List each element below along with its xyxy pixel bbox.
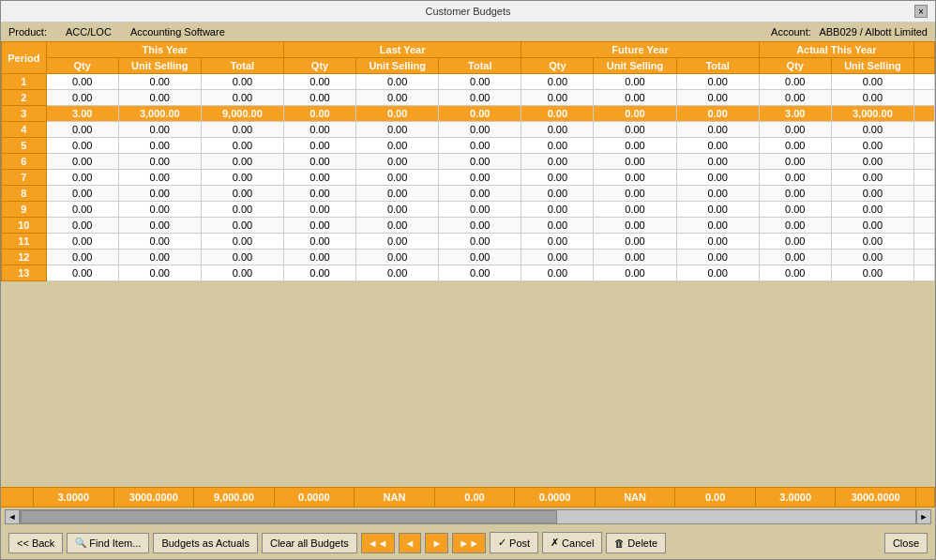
nav-prev-button[interactable]: ◄ bbox=[399, 533, 422, 553]
ty-unit-cell[interactable]: 0.00 bbox=[118, 170, 201, 186]
ty-qty-cell[interactable]: 0.00 bbox=[46, 186, 118, 202]
nav-next-button[interactable]: ► bbox=[425, 533, 448, 553]
ty-qty-cell[interactable]: 0.00 bbox=[46, 90, 118, 106]
extra-cell[interactable] bbox=[913, 234, 934, 250]
extra-cell[interactable] bbox=[913, 202, 934, 218]
aty-qty-cell[interactable]: 0.00 bbox=[759, 74, 831, 90]
fy-unit-cell[interactable]: 0.00 bbox=[594, 170, 676, 186]
ly-total-cell[interactable]: 0.00 bbox=[439, 202, 521, 218]
fy-total-cell[interactable]: 0.00 bbox=[676, 170, 759, 186]
ty-unit-cell[interactable]: 0.00 bbox=[118, 218, 201, 234]
ty-unit-cell[interactable]: 3,000.00 bbox=[118, 106, 201, 122]
table-row[interactable]: 90.000.000.000.000.000.000.000.000.000.0… bbox=[2, 202, 935, 218]
ty-unit-cell[interactable]: 0.00 bbox=[118, 154, 201, 170]
period-cell[interactable]: 5 bbox=[2, 138, 47, 154]
aty-unit-cell[interactable]: 0.00 bbox=[831, 170, 913, 186]
table-row[interactable]: 80.000.000.000.000.000.000.000.000.000.0… bbox=[2, 186, 935, 202]
clear-all-budgets-button[interactable]: Clear all Budgets bbox=[262, 533, 357, 553]
ty-total-cell[interactable]: 0.00 bbox=[201, 265, 283, 281]
aty-qty-cell[interactable]: 0.00 bbox=[759, 265, 831, 281]
table-row[interactable]: 33.003,000.009,000.000.000.000.000.000.0… bbox=[2, 106, 935, 122]
ly-qty-cell[interactable]: 0.00 bbox=[283, 170, 355, 186]
ly-total-cell[interactable]: 0.00 bbox=[439, 138, 521, 154]
ty-total-cell[interactable]: 9,000.00 bbox=[201, 106, 283, 122]
ly-total-cell[interactable]: 0.00 bbox=[439, 250, 521, 265]
ly-unit-cell[interactable]: 0.00 bbox=[356, 170, 439, 186]
cancel-button[interactable]: ✗ Cancel bbox=[542, 532, 602, 553]
ly-qty-cell[interactable]: 0.00 bbox=[283, 106, 355, 122]
fy-total-cell[interactable]: 0.00 bbox=[676, 90, 759, 106]
ty-total-cell[interactable]: 0.00 bbox=[201, 138, 283, 154]
fy-unit-cell[interactable]: 0.00 bbox=[594, 250, 676, 265]
aty-unit-cell[interactable]: 0.00 bbox=[831, 265, 913, 281]
ty-total-cell[interactable]: 0.00 bbox=[201, 122, 283, 138]
ly-total-cell[interactable]: 0.00 bbox=[439, 74, 521, 90]
aty-qty-cell[interactable]: 0.00 bbox=[759, 154, 831, 170]
aty-qty-cell[interactable]: 0.00 bbox=[759, 218, 831, 234]
period-cell[interactable]: 6 bbox=[2, 154, 47, 170]
ty-total-cell[interactable]: 0.00 bbox=[201, 154, 283, 170]
fy-qty-cell[interactable]: 0.00 bbox=[521, 170, 594, 186]
table-row[interactable]: 100.000.000.000.000.000.000.000.000.000.… bbox=[2, 218, 935, 234]
extra-cell[interactable] bbox=[913, 186, 934, 202]
ty-qty-cell[interactable]: 0.00 bbox=[46, 265, 118, 281]
ty-qty-cell[interactable]: 0.00 bbox=[46, 74, 118, 90]
fy-qty-cell[interactable]: 0.00 bbox=[521, 138, 594, 154]
table-row[interactable]: 120.000.000.000.000.000.000.000.000.000.… bbox=[2, 250, 935, 265]
ty-qty-cell[interactable]: 0.00 bbox=[46, 218, 118, 234]
ly-total-cell[interactable]: 0.00 bbox=[439, 90, 521, 106]
ly-qty-cell[interactable]: 0.00 bbox=[283, 154, 355, 170]
ly-total-cell[interactable]: 0.00 bbox=[439, 234, 521, 250]
aty-unit-cell[interactable]: 0.00 bbox=[831, 218, 913, 234]
period-cell[interactable]: 13 bbox=[2, 265, 47, 281]
fy-unit-cell[interactable]: 0.00 bbox=[594, 186, 676, 202]
ly-qty-cell[interactable]: 0.00 bbox=[283, 234, 355, 250]
ly-qty-cell[interactable]: 0.00 bbox=[283, 90, 355, 106]
ly-unit-cell[interactable]: 0.00 bbox=[356, 186, 439, 202]
fy-unit-cell[interactable]: 0.00 bbox=[594, 154, 676, 170]
aty-qty-cell[interactable]: 0.00 bbox=[759, 90, 831, 106]
ty-total-cell[interactable]: 0.00 bbox=[201, 186, 283, 202]
extra-cell[interactable] bbox=[913, 122, 934, 138]
ly-qty-cell[interactable]: 0.00 bbox=[283, 138, 355, 154]
period-cell[interactable]: 10 bbox=[2, 218, 47, 234]
fy-total-cell[interactable]: 0.00 bbox=[676, 186, 759, 202]
ly-total-cell[interactable]: 0.00 bbox=[439, 106, 521, 122]
ty-qty-cell[interactable]: 0.00 bbox=[46, 122, 118, 138]
period-cell[interactable]: 1 bbox=[2, 74, 47, 90]
ty-total-cell[interactable]: 0.00 bbox=[201, 74, 283, 90]
scroll-left-arrow[interactable]: ◄ bbox=[5, 509, 20, 524]
ty-total-cell[interactable]: 0.00 bbox=[201, 234, 283, 250]
aty-qty-cell[interactable]: 3.00 bbox=[759, 106, 831, 122]
aty-qty-cell[interactable]: 0.00 bbox=[759, 234, 831, 250]
ly-total-cell[interactable]: 0.00 bbox=[439, 170, 521, 186]
ly-qty-cell[interactable]: 0.00 bbox=[283, 218, 355, 234]
ly-unit-cell[interactable]: 0.00 bbox=[356, 234, 439, 250]
aty-unit-cell[interactable]: 0.00 bbox=[831, 90, 913, 106]
aty-qty-cell[interactable]: 0.00 bbox=[759, 138, 831, 154]
fy-unit-cell[interactable]: 0.00 bbox=[594, 90, 676, 106]
extra-cell[interactable] bbox=[913, 170, 934, 186]
ty-total-cell[interactable]: 0.00 bbox=[201, 90, 283, 106]
ty-qty-cell[interactable]: 0.00 bbox=[46, 170, 118, 186]
extra-cell[interactable] bbox=[913, 74, 934, 90]
aty-unit-cell[interactable]: 0.00 bbox=[831, 122, 913, 138]
fy-total-cell[interactable]: 0.00 bbox=[676, 138, 759, 154]
ly-total-cell[interactable]: 0.00 bbox=[439, 154, 521, 170]
ty-total-cell[interactable]: 0.00 bbox=[201, 202, 283, 218]
aty-unit-cell[interactable]: 0.00 bbox=[831, 234, 913, 250]
table-row[interactable]: 70.000.000.000.000.000.000.000.000.000.0… bbox=[2, 170, 935, 186]
fy-total-cell[interactable]: 0.00 bbox=[676, 106, 759, 122]
ly-qty-cell[interactable]: 0.00 bbox=[283, 250, 355, 265]
ly-unit-cell[interactable]: 0.00 bbox=[356, 250, 439, 265]
ty-unit-cell[interactable]: 0.00 bbox=[118, 138, 201, 154]
period-cell[interactable]: 11 bbox=[2, 234, 47, 250]
ly-unit-cell[interactable]: 0.00 bbox=[356, 265, 439, 281]
ly-unit-cell[interactable]: 0.00 bbox=[356, 218, 439, 234]
ty-qty-cell[interactable]: 0.00 bbox=[46, 234, 118, 250]
extra-cell[interactable] bbox=[913, 90, 934, 106]
extra-cell[interactable] bbox=[913, 154, 934, 170]
period-cell[interactable]: 12 bbox=[2, 250, 47, 265]
ty-qty-cell[interactable]: 0.00 bbox=[46, 202, 118, 218]
fy-unit-cell[interactable]: 0.00 bbox=[594, 122, 676, 138]
